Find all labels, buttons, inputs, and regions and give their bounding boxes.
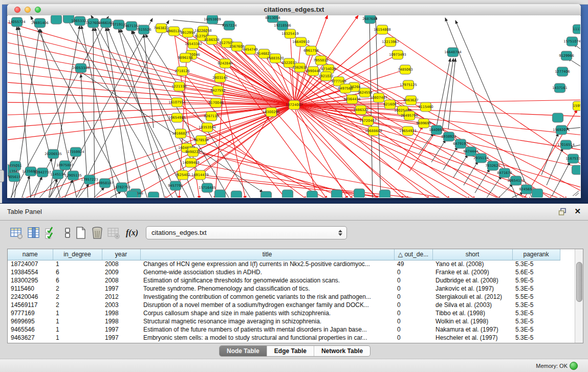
- column-header-short[interactable]: short: [432, 249, 512, 260]
- column-header-out_de[interactable]: △ out_de...: [394, 249, 432, 260]
- graph-node-label: 1221338: [171, 84, 186, 89]
- table-row[interactable]: 969969511998Structural magnetic resonanc…: [8, 317, 560, 325]
- graph-edge[interactable]: [144, 34, 154, 128]
- column-header-title[interactable]: title: [140, 249, 394, 260]
- graph-nodes[interactable]: 8960124891295418226058912750581863289127…: [8, 15, 580, 198]
- column-header-year[interactable]: year: [102, 249, 140, 260]
- side-panel-grip[interactable]: [0, 170, 4, 182]
- window-resize-handle[interactable]: [572, 190, 579, 196]
- table-options-icon[interactable]: [9, 226, 24, 240]
- graph-node-label: 14099489: [182, 161, 200, 165]
- graph-node-label: 1277406: [555, 70, 570, 74]
- column-header-pagerank[interactable]: pagerank: [512, 249, 560, 260]
- close-panel-icon[interactable]: ✕: [574, 207, 581, 216]
- graph-node-teal[interactable]: [380, 190, 390, 198]
- table-cell: 2: [53, 293, 102, 301]
- graph-edge[interactable]: [21, 176, 30, 198]
- graph-edge[interactable]: [321, 60, 568, 198]
- graph-node-teal[interactable]: [354, 189, 365, 198]
- graph-edge[interactable]: [8, 105, 294, 141]
- table-select-dropdown[interactable]: citations_edges.txt: [146, 226, 347, 239]
- graph-node-teal[interactable]: [532, 189, 543, 198]
- graph-node-label: 9463627: [403, 98, 418, 102]
- graph-node-label: 8454749: [243, 48, 257, 52]
- function-builder-icon[interactable]: f(x): [125, 226, 139, 240]
- graph-edge[interactable]: [369, 16, 373, 198]
- graph-edge[interactable]: [455, 20, 532, 198]
- graph-node-teal[interactable]: [307, 191, 318, 198]
- create-column-icon[interactable]: [74, 226, 88, 240]
- tab-node-table[interactable]: Node Table: [220, 346, 267, 356]
- graph-node-label: 1362615: [292, 65, 307, 70]
- graph-edge[interactable]: [376, 16, 381, 198]
- graph-node-label: 8813054: [265, 16, 280, 20]
- graph-edge[interactable]: [8, 105, 294, 128]
- tab-network-table[interactable]: Network Table: [314, 346, 370, 356]
- graph-node-teal[interactable]: [261, 191, 272, 198]
- column-header-in_degree[interactable]: in_degree: [53, 249, 102, 260]
- graph-edge[interactable]: [524, 110, 577, 198]
- graph-node-label: 11134: [573, 27, 580, 31]
- citation-network-graph[interactable]: 8960124891295418226058912750581863289127…: [8, 15, 580, 198]
- window-titlebar[interactable]: citations_edges.txt: [7, 4, 581, 16]
- graph-node-teal[interactable]: [231, 191, 242, 198]
- graph-edge[interactable]: [30, 158, 52, 198]
- table-cell: 0: [394, 309, 432, 317]
- table-row[interactable]: 2242004622012Investigating the contribut…: [8, 293, 560, 301]
- float-window-icon[interactable]: [558, 208, 567, 216]
- table-cell: 1997: [102, 285, 140, 293]
- graph-node-label: 7485063: [398, 68, 412, 72]
- vertical-scrollbar[interactable]: [575, 249, 583, 343]
- graph-node-teal[interactable]: [127, 191, 138, 198]
- graph-node-label: 16053809: [204, 17, 221, 21]
- table-cell: Changes of HCN gene expression and I(f) …: [140, 260, 394, 268]
- graph-edge[interactable]: [95, 28, 147, 198]
- graph-node-label: 16640910: [292, 40, 310, 44]
- table-row[interactable]: 946362711997Embryonic stem cells: a mode…: [8, 334, 560, 342]
- scrollbar-thumb[interactable]: [576, 262, 582, 302]
- delete-column-icon[interactable]: [90, 226, 104, 240]
- graph-edge[interactable]: [20, 105, 294, 198]
- graph-node-teal[interactable]: [148, 192, 159, 198]
- memory-status-indicator[interactable]: [570, 362, 578, 370]
- graph-edge[interactable]: [294, 51, 311, 105]
- graph-node-label: 9777169: [331, 79, 346, 83]
- graph-node-label: 19654923: [399, 129, 417, 133]
- graph-node-teal[interactable]: [215, 190, 226, 198]
- graph-node-teal[interactable]: [553, 113, 563, 122]
- graph-node-teal[interactable]: [572, 165, 581, 174]
- graph-node-teal[interactable]: [51, 15, 62, 24]
- table-row[interactable]: 946554611997Estimation of the future num…: [8, 325, 560, 334]
- network-canvas[interactable]: 8960124891295418226058912750581863289127…: [8, 15, 580, 198]
- graph-node-teal[interactable]: [332, 190, 342, 198]
- select-rows-icon[interactable]: [44, 226, 58, 240]
- graph-edge[interactable]: [436, 58, 450, 129]
- graph-edge[interactable]: [409, 132, 435, 171]
- graph-node-label: 2935114: [473, 156, 488, 160]
- tab-edge-table[interactable]: Edge Table: [267, 346, 314, 356]
- graph-edge[interactable]: [475, 169, 490, 193]
- table-row[interactable]: 1830029562008Estimation of significance …: [8, 276, 560, 285]
- graph-node-teal[interactable]: [282, 190, 293, 198]
- delete-table-icon[interactable]: [106, 226, 121, 240]
- column-header-name[interactable]: name: [8, 249, 53, 260]
- table-row[interactable]: 1872400712008Changes of HCN gene express…: [8, 260, 560, 268]
- graph-edge[interactable]: [289, 63, 502, 198]
- graph-node-label: 12905135: [64, 173, 82, 178]
- graph-edge[interactable]: [498, 184, 513, 198]
- graph-edge[interactable]: [93, 28, 95, 198]
- show-columns-icon[interactable]: [27, 226, 41, 240]
- table-row[interactable]: 1938455462009Genome-wide association stu…: [8, 268, 560, 276]
- graph-edge[interactable]: [76, 20, 169, 198]
- table-row[interactable]: 1456911722003Disruption of a novel membe…: [8, 301, 560, 309]
- table-cell: Investigating the contribution of common…: [140, 293, 394, 301]
- table-row[interactable]: 977716911998Corpus callosum shape and si…: [8, 309, 560, 317]
- graph-node-teal[interactable]: [8, 164, 10, 173]
- graph-edge[interactable]: [108, 191, 121, 198]
- table-row[interactable]: 911546021997Tourette syndrome. Phenomeno…: [8, 285, 560, 293]
- graph-node-label: 9146821: [256, 52, 271, 56]
- graph-node-label: 8960124: [166, 29, 181, 33]
- row-mode-icon[interactable]: [60, 226, 75, 240]
- table-cell: Franke et al. (2009): [432, 268, 512, 276]
- table-cell: 2008: [102, 260, 140, 268]
